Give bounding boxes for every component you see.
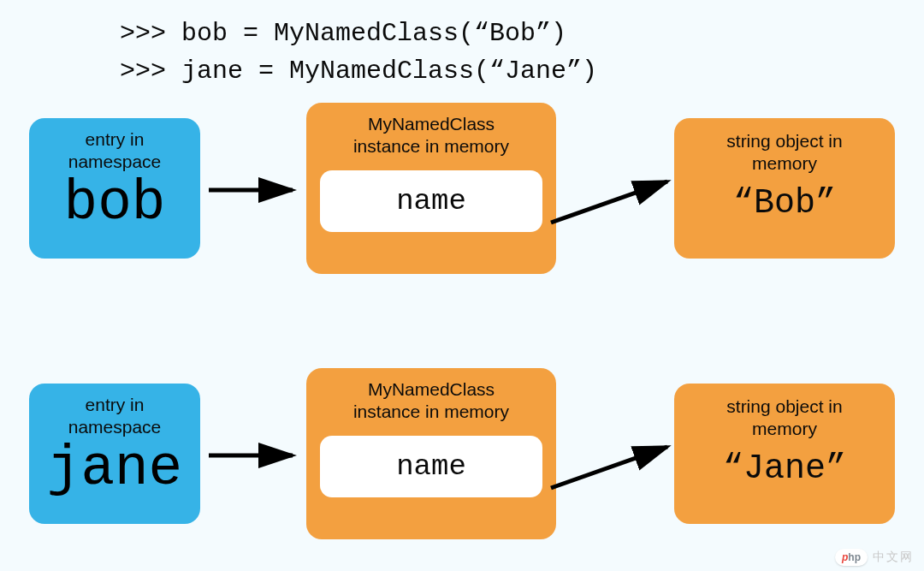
namespace-label: entry innamespace <box>29 394 200 439</box>
watermark-logo-rest: hp <box>848 551 861 563</box>
watermark-logo: php <box>835 549 868 566</box>
attribute-name: name <box>396 185 466 217</box>
string-label: string object inmemory <box>674 130 895 175</box>
namespace-label: entry innamespace <box>29 128 200 174</box>
attribute-name: name <box>396 450 466 483</box>
instance-box: MyNamedClassinstance in memory name <box>306 368 556 539</box>
instance-label: MyNamedClassinstance in memory <box>320 113 542 158</box>
namespace-name: jane <box>29 441 200 497</box>
string-box: string object inmemory “Bob” <box>674 118 895 259</box>
instance-box: MyNamedClassinstance in memory name <box>306 103 556 274</box>
diagram-row-jane: entry innamespace jane MyNamedClassinsta… <box>0 368 924 539</box>
code-line-2: >>> jane = MyNamedClass(“Jane”) <box>120 53 597 91</box>
namespace-box: entry innamespace bob <box>29 118 200 259</box>
diagram-row-bob: entry innamespace bob MyNamedClassinstan… <box>0 103 924 274</box>
arrow-icon <box>546 435 683 503</box>
string-value: “Jane” <box>674 449 895 488</box>
string-box: string object inmemory “Jane” <box>674 384 895 524</box>
svg-line-1 <box>551 181 667 223</box>
svg-line-3 <box>551 447 667 488</box>
watermark-text: 中文网 <box>873 550 914 565</box>
attribute-box: name <box>320 170 542 232</box>
instance-label: MyNamedClassinstance in memory <box>320 378 542 424</box>
watermark: php 中文网 <box>835 549 914 566</box>
string-value: “Bob” <box>674 184 895 223</box>
namespace-name: bob <box>29 175 200 232</box>
string-label: string object inmemory <box>674 396 895 441</box>
code-block: >>> bob = MyNamedClass(“Bob”) >>> jane =… <box>120 15 597 90</box>
arrow-icon <box>204 175 306 209</box>
attribute-box: name <box>320 436 542 497</box>
arrow-icon <box>204 440 306 474</box>
code-line-1: >>> bob = MyNamedClass(“Bob”) <box>120 15 597 53</box>
namespace-box: entry innamespace jane <box>29 384 200 524</box>
arrow-icon <box>546 170 683 238</box>
